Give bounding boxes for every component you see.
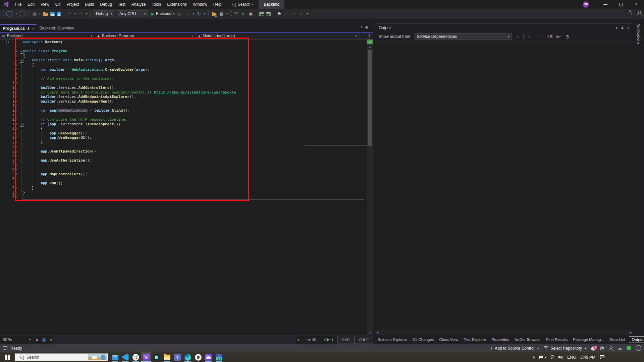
clear-all-icon[interactable]: ×≣ bbox=[547, 34, 553, 39]
show-desktop-button[interactable] bbox=[642, 354, 642, 361]
save-icon[interactable] bbox=[50, 12, 55, 16]
output-source-combo[interactable]: Service Dependencies ▾ bbox=[414, 33, 512, 40]
menu-view[interactable]: View bbox=[38, 0, 52, 9]
battery-icon[interactable] bbox=[539, 356, 545, 359]
panel-tab-class-view[interactable]: Class View bbox=[437, 338, 461, 342]
output-horizontal-scrollbar[interactable]: ◀ ▶ bbox=[375, 330, 633, 335]
tray-expand-chevron-icon[interactable]: ∧ bbox=[533, 355, 535, 359]
clear-bookmarks-icon[interactable]: ⚐ bbox=[298, 10, 305, 17]
open-file-icon[interactable] bbox=[43, 13, 48, 16]
horizontal-scrollbar[interactable] bbox=[53, 336, 296, 344]
panel-tab-solution-explorer[interactable]: Solution Explorer bbox=[375, 338, 410, 342]
indent-icon[interactable] bbox=[266, 12, 271, 16]
taskbar-app-insomnia[interactable] bbox=[151, 352, 162, 362]
tab-backend-overview[interactable]: Backend: Overview bbox=[37, 24, 76, 32]
toolbar-grip[interactable] bbox=[230, 11, 232, 16]
profiler-caret[interactable]: ▼ bbox=[192, 13, 195, 15]
pin-icon[interactable] bbox=[621, 26, 624, 30]
menu-window[interactable]: Window bbox=[190, 0, 210, 9]
menu-help[interactable]: Help bbox=[210, 0, 225, 9]
scroll-up-icon[interactable]: ▲ bbox=[367, 46, 373, 49]
menu-test[interactable]: Test bbox=[115, 0, 128, 9]
find-in-files-icon[interactable] bbox=[212, 13, 216, 16]
taskbar-app-proton-drive[interactable] bbox=[203, 352, 214, 362]
panel-tab-find-results[interactable]: Find Results bbox=[543, 338, 570, 342]
new-project-icon[interactable]: ⊞ bbox=[31, 10, 38, 17]
window-position-chevron-icon[interactable]: ▾ bbox=[616, 26, 618, 30]
tab-list-chevron-icon[interactable]: ▾ bbox=[361, 25, 362, 30]
gear-icon[interactable]: ⚙ bbox=[365, 25, 368, 30]
menu-project[interactable]: Project bbox=[63, 0, 82, 9]
scroll-right-icon[interactable]: ▶ bbox=[296, 338, 302, 341]
block-edit-icon[interactable]: ▣ bbox=[247, 10, 254, 17]
solution-configurations-combo[interactable]: Debug▾ bbox=[94, 10, 114, 17]
pin-icon[interactable] bbox=[27, 26, 30, 30]
notifications-bell-button[interactable]: 3 bbox=[591, 347, 595, 350]
undo-icon[interactable]: ↶ bbox=[66, 10, 73, 17]
feedback-spiral-icon[interactable]: @ bbox=[600, 346, 604, 351]
restore-button[interactable] bbox=[613, 0, 629, 9]
menu-git[interactable]: Git bbox=[52, 0, 63, 9]
live-share-icon[interactable] bbox=[637, 11, 641, 15]
panel-tab-error-list[interactable]: Error List bbox=[607, 338, 628, 342]
menu-edit[interactable]: Edit bbox=[24, 0, 38, 9]
taskbar-app-mail[interactable] bbox=[110, 352, 120, 362]
line-ending-indicator[interactable]: CRLF bbox=[354, 336, 373, 344]
start-debugging-button[interactable]: ▶Backend▾ bbox=[151, 11, 174, 16]
menu-extensions[interactable]: Extensions bbox=[164, 0, 190, 9]
navigate-cursor-icon[interactable]: ↖ bbox=[240, 10, 247, 17]
add-to-source-control-button[interactable]: ↑ Add to Source Control ▲ bbox=[490, 346, 539, 351]
panel-tab-git-changes[interactable]: Git Changes bbox=[410, 338, 437, 342]
cloud-sync-icon[interactable]: ☁× bbox=[618, 346, 622, 351]
taskbar-app-slack[interactable] bbox=[130, 352, 141, 362]
word-wrap-icon[interactable]: ab↵ bbox=[555, 35, 561, 38]
user-avatar[interactable]: SP bbox=[583, 1, 589, 8]
clock[interactable]: 3:49 PM bbox=[580, 355, 595, 360]
menu-tools[interactable]: Tools bbox=[149, 0, 164, 9]
close-icon[interactable]: × bbox=[627, 25, 630, 30]
panel-tab-package-manager[interactable]: Package Manag... bbox=[570, 338, 607, 342]
volume-icon[interactable]: ) bbox=[558, 356, 563, 359]
hot-reload-icon[interactable]: ↻ bbox=[196, 10, 202, 17]
mention-icon[interactable]: @ bbox=[42, 338, 46, 342]
previous-message-icon[interactable]: ⇠ bbox=[526, 34, 532, 39]
start-without-debugging-icon[interactable]: ▷ bbox=[177, 10, 183, 17]
next-bookmark-icon[interactable]: ⚐ bbox=[291, 10, 298, 17]
document-health-indicator[interactable]: ✓ bbox=[367, 40, 373, 44]
taskbar-app-explorer[interactable] bbox=[162, 352, 172, 362]
scrollbar-thumb[interactable] bbox=[368, 50, 372, 146]
taskbar-app-vscode[interactable] bbox=[120, 352, 130, 362]
menu-file[interactable]: File bbox=[12, 0, 24, 9]
solution-platforms-combo[interactable]: Any CPU▾ bbox=[117, 10, 148, 17]
scroll-down-icon[interactable]: ▼ bbox=[367, 331, 373, 335]
select-repository-button[interactable]: Select Repository ▲ bbox=[544, 346, 587, 351]
live-share-person-icon[interactable]: ♟ bbox=[35, 338, 39, 342]
redo-caret[interactable]: ▼ bbox=[85, 13, 88, 15]
menu-analyze[interactable]: Analyze bbox=[128, 0, 149, 9]
taskbar-app-teams[interactable]: T bbox=[172, 352, 182, 362]
close-button[interactable]: × bbox=[629, 0, 644, 9]
notifications-side-tab[interactable]: Notifications bbox=[633, 19, 644, 335]
panel-tab-output[interactable]: Output bbox=[629, 336, 644, 343]
window-layout-icon[interactable]: ▦ bbox=[218, 10, 225, 17]
start-button[interactable] bbox=[0, 352, 15, 362]
panel-tab-properties[interactable]: Properties bbox=[489, 338, 512, 342]
hot-reload-caret[interactable]: ▼ bbox=[203, 13, 206, 15]
undo-caret[interactable]: ▼ bbox=[74, 13, 76, 15]
navigate-backward-caret[interactable]: ▼ bbox=[15, 13, 17, 15]
code-analysis-ok-icon[interactable]: ✓ bbox=[627, 346, 631, 350]
profile-circle-icon[interactable] bbox=[636, 345, 641, 351]
zoom-level-combo[interactable]: 80 % ▾ bbox=[0, 336, 34, 344]
menu-build[interactable]: Build bbox=[82, 0, 97, 9]
tab-program-cs[interactable]: Program.cs× bbox=[0, 24, 37, 32]
panel-tab-nuget-browser[interactable]: NuGet Browser bbox=[512, 338, 544, 342]
navigate-backward-icon[interactable]: ← bbox=[6, 11, 13, 16]
send-feedback-icon[interactable] bbox=[609, 346, 613, 350]
toggle-bookmark-icon[interactable]: ⚑ bbox=[276, 10, 283, 17]
toolbar-grip[interactable] bbox=[3, 11, 4, 16]
performance-profiler-icon[interactable]: ♨ bbox=[184, 10, 191, 17]
panel-tab-test-explorer[interactable]: Test Explorer bbox=[461, 338, 489, 342]
scroll-left-icon[interactable]: ◀ bbox=[48, 338, 53, 341]
taskbar-app-n[interactable]: N bbox=[141, 352, 151, 362]
menu-debug[interactable]: Debug bbox=[97, 0, 115, 9]
